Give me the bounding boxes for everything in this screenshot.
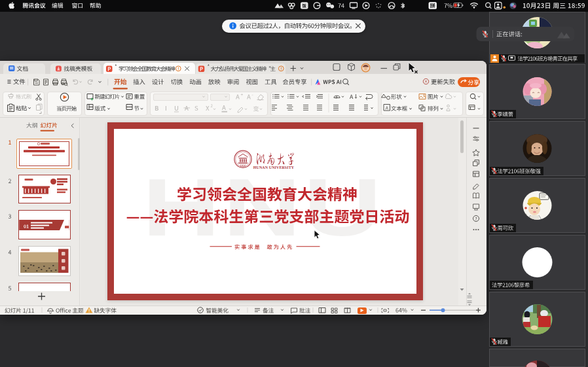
svg-text:HNU: HNU	[142, 161, 384, 253]
svg-text:HUNAN UNIVERSITY: HUNAN UNIVERSITY	[253, 166, 295, 169]
